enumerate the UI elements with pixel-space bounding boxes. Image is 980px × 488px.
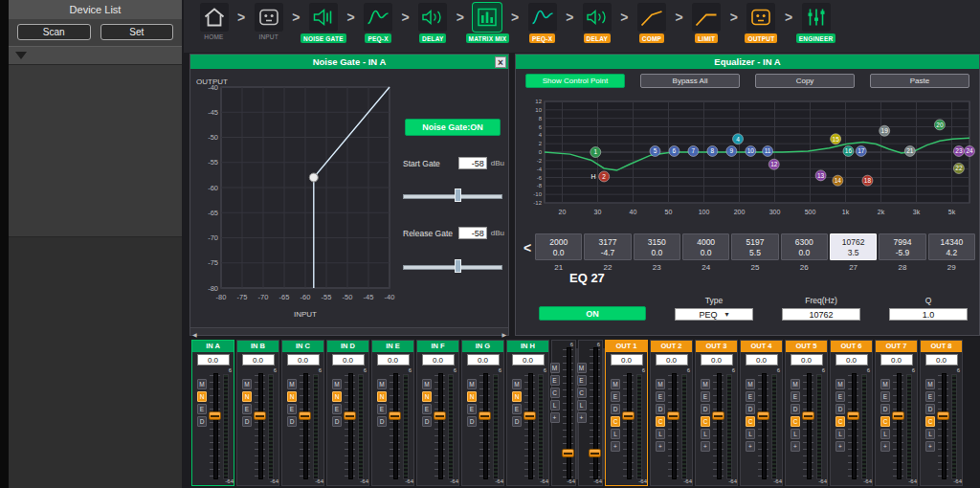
channel-label[interactable]: IN G [462,341,503,352]
key-button-d[interactable]: D [925,404,935,414]
key-button-e[interactable]: E [287,404,297,414]
key-button-d[interactable]: D [880,404,890,414]
fader-handle[interactable] [523,411,536,420]
channel-label[interactable]: IN A [192,341,234,352]
key-button-l[interactable]: L [656,429,665,439]
fader-track[interactable] [937,369,949,483]
fader-handle[interactable] [434,411,446,420]
key-button-m[interactable]: M [611,379,620,389]
key-button-plus[interactable]: + [577,412,587,423]
key-button-m[interactable]: M [242,379,252,389]
fader-handle[interactable] [389,411,401,420]
key-button-l[interactable]: L [550,400,560,410]
key-button-plus[interactable]: + [701,441,710,452]
eq-band-box[interactable]: 31500.0 [634,233,680,260]
key-button-c[interactable]: C [611,416,620,427]
channel-gain-value[interactable]: 0.0 [287,354,320,366]
key-button-e[interactable]: E [377,404,387,414]
eq-band-box[interactable]: 51975.5 [731,233,778,260]
channel-label[interactable]: IN C [282,341,323,352]
fader-handle[interactable] [299,411,311,420]
fader-track[interactable] [434,369,446,483]
key-button-m[interactable]: M [656,379,665,389]
key-button-c[interactable]: C [656,416,665,427]
key-button-n[interactable]: N [512,391,522,402]
channel-label[interactable]: OUT 8 [921,341,962,352]
key-button-m[interactable]: M [467,379,477,389]
key-button-l[interactable]: L [746,429,755,439]
toolbar-item-comp[interactable]: COMP [630,3,675,43]
close-icon[interactable] [495,56,506,68]
toolbar-item-limit[interactable]: LIMIT [684,3,729,43]
key-button-e[interactable]: E [512,404,522,414]
toolbar-item-input[interactable]: INPUT [246,3,291,40]
fader-track[interactable] [847,369,859,483]
channel-gain-value[interactable]: 0.0 [835,354,868,366]
release-gate-slider-handle[interactable] [455,259,461,273]
key-button-d[interactable]: D [242,416,252,427]
channel-label[interactable]: IN B [237,341,278,352]
key-button-e[interactable]: E [791,391,800,402]
channel-gain-value[interactable]: 0.0 [701,354,733,366]
key-button-d[interactable]: D [197,416,207,427]
key-button-plus[interactable]: + [925,441,935,452]
key-button-m[interactable]: M [746,379,755,389]
key-button-c[interactable]: C [701,416,710,427]
toolbar-item-home[interactable]: HOME [191,3,236,40]
key-button-d[interactable]: D [791,404,800,414]
key-button-n[interactable]: N [422,391,432,402]
key-button-n[interactable]: N [197,391,207,402]
start-gate-value[interactable]: -58 [458,157,487,169]
toolbar-item-delay[interactable]: DELAY [574,3,619,43]
freq-input[interactable]: 10762 [782,308,860,321]
key-button-d[interactable]: D [701,404,710,414]
key-button-e[interactable]: E [467,404,477,414]
eq-band-21[interactable]: 20000.021 [535,233,582,272]
eq-band-box[interactable]: 3177-4.7 [584,233,631,260]
eq-band-24[interactable]: 40000.024 [682,233,729,272]
key-button-d[interactable]: D [377,416,387,427]
eq-band-29[interactable]: 143404.229 [928,233,975,272]
fader-track[interactable] [254,369,266,483]
channel-label[interactable]: IN H [507,341,548,352]
eq-band-25[interactable]: 51975.525 [731,233,778,272]
key-button-d[interactable]: D [287,416,297,427]
fader-handle[interactable] [847,411,859,420]
toolbar-item-noise-gate[interactable]: NOISE GATE [301,3,345,43]
eq-band-26[interactable]: 63000.026 [781,233,828,272]
key-button-e[interactable]: E [925,391,935,402]
channel-gain-value[interactable]: 0.0 [467,354,500,366]
fader-handle[interactable] [254,411,266,420]
key-button-l[interactable]: L [925,429,935,439]
channel-gain-value[interactable]: 0.0 [242,354,275,366]
channel-gain-value[interactable]: 0.0 [197,354,230,366]
fader-handle[interactable] [712,411,724,420]
key-button-plus[interactable]: + [611,441,620,452]
eq-band-27[interactable]: 107623.527 [830,233,877,272]
channel-label[interactable]: OUT 6 [831,341,872,352]
key-button-m[interactable]: M [422,379,432,389]
fader-handle[interactable] [562,449,574,457]
channel-gain-value[interactable]: 0.0 [746,354,778,366]
key-button-m[interactable]: M [577,363,587,373]
copy-button[interactable]: Copy [755,74,855,88]
eq-band-22[interactable]: 3177-4.722 [584,233,631,272]
noise-gate-power-button[interactable]: Noise Gate:ON [405,119,501,136]
fader-track[interactable] [562,344,574,483]
key-button-m[interactable]: M [512,379,522,389]
bypass-all-button[interactable]: Bypass All [640,74,740,88]
key-button-e[interactable]: E [332,404,342,414]
toolbar-item-matrix-mix[interactable]: MATRIX MIX [465,3,510,43]
release-gate-slider[interactable] [403,259,502,273]
fader-track[interactable] [389,369,401,483]
fader-handle[interactable] [757,411,769,420]
eq-band-box[interactable]: 40000.0 [682,233,729,260]
key-button-plus[interactable]: + [656,441,665,452]
q-input[interactable]: 1.0 [889,308,968,321]
channel-gain-value[interactable]: 0.0 [791,354,823,366]
channel-label[interactable]: IN D [327,341,368,352]
key-button-m[interactable]: M [332,379,342,389]
key-button-c[interactable]: C [791,416,800,427]
key-button-d[interactable]: D [467,416,477,427]
fader-track[interactable] [589,344,601,483]
